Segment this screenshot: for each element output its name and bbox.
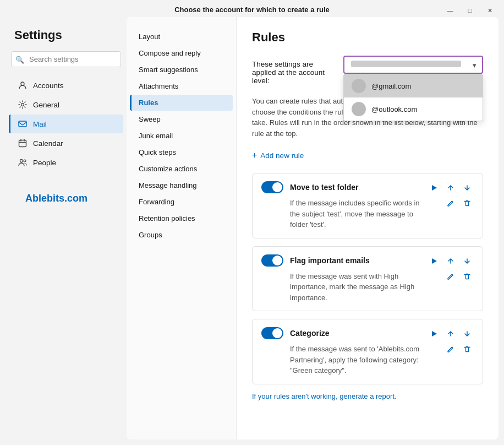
mail-label: Mail — [33, 120, 47, 128]
account-label-row: These settings are applied at the accoun… — [252, 56, 483, 85]
run-rule-button-3[interactable] — [428, 327, 441, 340]
sidebar-item-general[interactable]: General — [9, 95, 123, 114]
rule-desc-3: If the message was sent to 'Ablebits.com… — [290, 344, 422, 376]
svg-marker-8 — [432, 331, 437, 337]
rule-row-1: Move to test folder If the message inclu… — [261, 181, 474, 230]
move-up-button-2[interactable] — [444, 254, 457, 268]
sidebar: Settings 🔍 Accounts — [6, 17, 127, 439]
subnav-sweep[interactable]: Sweep — [130, 111, 233, 127]
main-container: Settings 🔍 Accounts — [0, 17, 504, 445]
add-rule-label: Add new rule — [260, 151, 304, 160]
nav-section: Accounts General Mail — [6, 76, 127, 172]
sidebar-item-accounts[interactable]: Accounts — [9, 76, 123, 95]
ablebits-logo: Ablebits.com — [14, 185, 127, 210]
rule-toggle-1[interactable] — [261, 181, 283, 193]
page-title: Rules — [252, 30, 483, 45]
rule-controls-3 — [428, 327, 474, 356]
subnav-junk[interactable]: Junk email — [130, 128, 233, 144]
account-dropdown-trigger[interactable]: ▾ — [343, 56, 483, 74]
delete-rule-button-1[interactable] — [461, 197, 474, 210]
rule-card-3: Categorize If the message was sent to 'A… — [252, 319, 483, 384]
people-icon — [18, 158, 28, 167]
subnav-layout[interactable]: Layout — [130, 29, 233, 45]
rule-main-1: Move to test folder If the message inclu… — [261, 181, 422, 230]
ctrl-row-bottom-3 — [444, 343, 474, 356]
window-title: Choose the account for which to create a… — [174, 6, 330, 14]
rule-title-2: Flag important emails — [290, 256, 422, 265]
gmail-avatar — [352, 79, 366, 93]
add-rule-button[interactable]: + Add new rule — [252, 149, 304, 162]
mail-icon — [18, 119, 28, 129]
rule-desc-1: If the message includes specific words i… — [290, 198, 422, 230]
edit-rule-button-2[interactable] — [444, 270, 457, 283]
rule-toggle-3[interactable] — [261, 327, 283, 339]
svg-point-0 — [21, 82, 24, 85]
maximize-button[interactable]: □ — [462, 4, 478, 17]
ctrl-row-top-2 — [428, 254, 474, 268]
minimize-button[interactable]: — — [442, 4, 458, 17]
ctrl-row-top-3 — [428, 327, 474, 340]
dropdown-arrow-icon: ▾ — [473, 61, 476, 69]
edit-rule-button-1[interactable] — [444, 197, 457, 210]
outlook-label: @outlook.com — [371, 105, 417, 113]
blurred-email — [351, 61, 461, 67]
search-input[interactable] — [11, 51, 121, 67]
general-label: General — [33, 101, 59, 109]
ctrl-row-bottom-2 — [444, 270, 474, 283]
subnav-attachments[interactable]: Attachments — [130, 78, 233, 94]
outlook-avatar — [352, 102, 366, 116]
dropdown-option-gmail[interactable]: @gmail.com — [344, 74, 483, 97]
move-down-button-1[interactable] — [461, 181, 474, 194]
rule-row-3: Categorize If the message was sent to 'A… — [261, 327, 474, 376]
rule-header-3: Categorize — [261, 327, 422, 339]
rule-desc-2: If the message was sent with High import… — [290, 271, 422, 303]
calendar-icon — [18, 138, 28, 148]
svg-marker-7 — [432, 258, 437, 264]
subnav-message[interactable]: Message handling — [130, 177, 233, 193]
subnav-smart[interactable]: Smart suggestions — [130, 62, 233, 78]
move-down-button-3[interactable] — [461, 327, 474, 340]
rule-toggle-2[interactable] — [261, 254, 283, 267]
dropdown-option-outlook[interactable]: @outlook.com — [344, 97, 483, 121]
account-label-text: These settings are applied at the accoun… — [252, 56, 335, 85]
subnav-quick[interactable]: Quick steps — [130, 144, 233, 160]
rule-controls-2 — [428, 254, 474, 283]
svg-point-5 — [24, 160, 26, 162]
subnav-groups[interactable]: Groups — [130, 227, 233, 243]
move-up-button-3[interactable] — [444, 327, 457, 340]
run-rule-button-1[interactable] — [428, 181, 441, 194]
search-icon: 🔍 — [15, 55, 24, 63]
sidebar-item-people[interactable]: People — [9, 153, 123, 172]
ablebits-text: Ablebits — [25, 193, 64, 204]
edit-rule-button-3[interactable] — [444, 343, 457, 356]
dropdown-menu: @gmail.com @outlook.com — [343, 74, 483, 121]
run-rule-button-2[interactable] — [428, 254, 441, 268]
sidebar-item-mail[interactable]: Mail — [9, 115, 123, 133]
svg-marker-6 — [432, 185, 437, 191]
delete-rule-button-2[interactable] — [461, 270, 474, 283]
accounts-icon — [18, 80, 28, 90]
subnav-compose[interactable]: Compose and reply — [130, 45, 233, 61]
subnav-forwarding[interactable]: Forwarding — [130, 194, 233, 210]
rule-title-3: Categorize — [290, 329, 422, 338]
subnav-customize[interactable]: Customize actions — [130, 161, 233, 177]
move-down-button-2[interactable] — [461, 254, 474, 268]
sidebar-item-calendar[interactable]: Calendar — [9, 134, 123, 153]
calendar-label: Calendar — [33, 139, 63, 148]
svg-rect-3 — [19, 140, 26, 147]
main-content: Rules These settings are applied at the … — [237, 17, 498, 439]
subnav-retention[interactable]: Retention policies — [130, 210, 233, 226]
report-link[interactable]: If your rules aren't working, generate a… — [252, 392, 483, 400]
search-box: 🔍 — [11, 51, 121, 67]
rule-row-2: Flag important emails If the message was… — [261, 254, 474, 303]
window-controls: — □ ✕ — [442, 4, 497, 17]
close-button[interactable]: ✕ — [482, 4, 497, 17]
settings-title: Settings — [6, 28, 127, 51]
subnav-rules[interactable]: Rules — [130, 95, 233, 111]
move-up-button-1[interactable] — [444, 181, 457, 194]
dropdown-wrapper: ▾ @gmail.com — [343, 56, 483, 74]
svg-point-1 — [21, 104, 24, 106]
svg-rect-2 — [19, 121, 26, 127]
ablebits-domain: .com — [64, 193, 87, 204]
delete-rule-button-3[interactable] — [461, 343, 474, 356]
